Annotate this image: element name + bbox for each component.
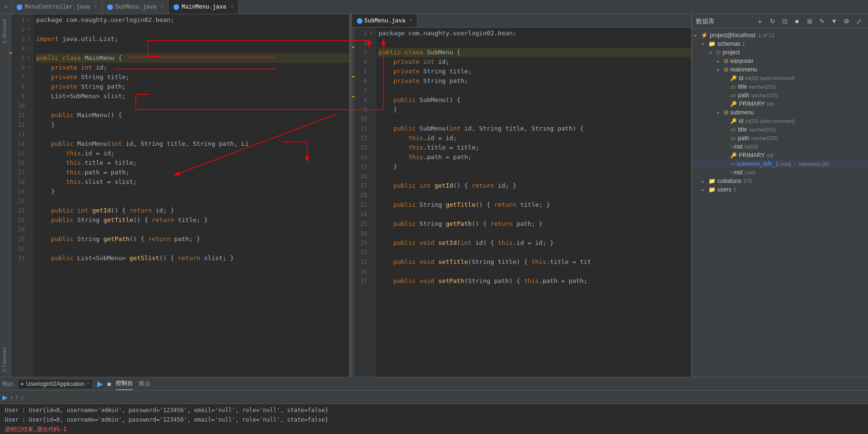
submenu-label: submenu — [730, 109, 754, 116]
easyuser-table-icon: ⊞ — [724, 58, 728, 64]
db-settings-button[interactable]: ⚙ — [841, 16, 852, 27]
right-fold-gutter: ▾ ▾ — [370, 28, 376, 377]
db-stop-button[interactable]: ■ — [792, 16, 802, 27]
right-code-line-14: this.path = path; — [379, 152, 692, 162]
left-code-line-28 — [36, 225, 349, 234]
tree-submenu-table[interactable]: ▾ ⊞ submenu — [692, 108, 868, 117]
tree-users-folder[interactable]: ▸ 📁 users 5 — [692, 185, 868, 194]
left-code-line-29: public String getPath() { return path; } — [36, 234, 349, 244]
run-app-icon: ▶ — [21, 381, 24, 387]
run-app-tab[interactable]: ▶ Userlogin02Application × — [18, 380, 92, 388]
db-edit-button[interactable]: ✎ — [817, 16, 827, 27]
right-code-line-32 — [379, 248, 692, 257]
db-disconnect-button[interactable]: ⊡ — [779, 16, 790, 27]
run-tab-bar: Run: ▶ Userlogin02Application × ▶ ■ 控制台 … — [0, 377, 868, 391]
tree-mainmenu-table[interactable]: ▾ ⊞ mainmenu — [692, 65, 868, 74]
run-tab-breakpoint[interactable]: 断点 — [137, 377, 153, 390]
left-code-line-6: private int id; — [36, 63, 349, 72]
run-down-button[interactable]: ↓ — [20, 394, 23, 401]
users-folder-icon: 📁 — [708, 186, 716, 193]
run-up-button[interactable]: ↑ — [15, 394, 18, 401]
tab-close-submenu[interactable]: × — [161, 4, 163, 10]
submenu-primary-label: PRIMARY — [739, 152, 765, 159]
right-tab-label: SubMenu.java — [364, 18, 405, 24]
tree-easyuser-table[interactable]: ▸ ⊞ easyuser — [692, 57, 868, 65]
mainmenu-title-type: varchar(255) — [749, 84, 776, 90]
submenu-table-icon: ⊞ — [724, 109, 728, 116]
chevron-right-collations-icon: ▸ — [702, 179, 707, 184]
run-controls: ▶ ■ — [96, 379, 112, 388]
tree-submenu-title: ab title varchar(255) — [692, 125, 868, 134]
db-table-button[interactable]: ⊞ — [804, 16, 815, 27]
right-code-line-33: public void setTitle(String title) { thi… — [379, 257, 692, 267]
tree-submenu-path: ab path varchar(255) — [692, 134, 868, 142]
left-code-line-18: this.slist = slist; — [36, 177, 349, 187]
tab-icon-main-menu — [173, 4, 179, 10]
right-code-line-28 — [379, 229, 692, 238]
main-tab-bar: ≡ MenuController.java × SubMenu.java × M… — [0, 0, 868, 14]
right-tab-close[interactable]: × — [409, 18, 412, 23]
right-code-content: package com.naughty.userlogin02.bean; pu… — [376, 28, 692, 377]
run-scroll-button[interactable]: ↕ — [10, 394, 13, 401]
str-icon-mainmenu-title: ab — [730, 84, 736, 90]
tab-submenu[interactable]: SubMenu.java × — [102, 0, 169, 14]
connection-icon: ⚡ — [701, 32, 708, 39]
left-code-line-11: public MainMenu() { — [36, 111, 349, 120]
right-editor-panel: SubMenu.java × 12345 67891 — [352, 14, 692, 377]
tree-connection[interactable]: ▾ ⚡ project@localhost 1 of 13 — [692, 31, 868, 40]
left-code-line-3: import java.util.List; — [36, 34, 349, 44]
tree-submenu-id: 🔑 id int(50) (auto increment) — [692, 117, 868, 125]
left-code-line-15: this.id = id; — [36, 149, 349, 158]
tab-label-submenu: SubMenu.java — [115, 4, 156, 10]
tab-icon-submenu — [107, 4, 113, 10]
bottom-panel: Run: ▶ Userlogin02Application × ▶ ■ 控制台 … — [0, 377, 868, 434]
db-add-button[interactable]: + — [755, 16, 765, 27]
left-code-line-21: public int getId() { return id; } — [36, 206, 349, 215]
tree-submenu-mid2: i mid (mid) — [692, 168, 868, 177]
db-filter-button[interactable]: ▼ — [829, 16, 839, 27]
connection-label: project@localhost — [710, 32, 756, 39]
tab-main-menu[interactable]: MainMenu.java × — [169, 0, 239, 14]
left-editor-panel: 12345 678910 1112131415 1617181920 21252… — [10, 14, 350, 377]
tab-menu-controller[interactable]: MenuController.java × — [12, 0, 102, 14]
users-count: 5 — [733, 187, 736, 192]
tree-mainmenu-path: ab path varchar(255) — [692, 91, 868, 100]
tree-mainmenu-title: ab title varchar(255) — [692, 82, 868, 91]
submenu-id-label: id — [739, 118, 743, 124]
db-refresh-button[interactable]: ↻ — [767, 16, 777, 27]
right-code-line-16 — [379, 172, 692, 181]
run-stop-button[interactable]: ■ — [106, 380, 112, 388]
submenu-mid2-suffix: (mid) — [745, 170, 756, 175]
schemas-folder-icon: 📁 — [708, 40, 716, 47]
db-maximize-button[interactable]: ⤢ — [854, 16, 864, 27]
easyuser-label: easyuser — [730, 58, 754, 64]
tab-close-main-menu[interactable]: × — [231, 4, 233, 10]
submenu-primary-suffix: (id) — [767, 153, 773, 158]
console-line-4: 进程已结束,退出代码-1 — [5, 424, 863, 434]
console-line-1: User : User{id=0, username='admin', pass… — [5, 405, 863, 415]
right-code-line-29: public void setId(int id) { this.id = id… — [379, 238, 692, 248]
right-code-area: 12345 678910 1112131415 1617202124 25282… — [352, 28, 692, 377]
run-tab-console[interactable]: 控制台 — [116, 377, 133, 390]
tab-close-menu-controller[interactable]: × — [94, 4, 97, 10]
left-code-line-1: package com.naughty.userlogin02.bean; — [36, 15, 349, 25]
left-line-numbers: 12345 678910 1112131415 1617181920 21252… — [12, 14, 27, 377]
tree-collations-folder[interactable]: ▸ 📁 collations 270 — [692, 177, 868, 185]
run-play-button[interactable]: ▶ — [96, 379, 104, 388]
run-play2-button[interactable]: ▶ — [2, 394, 8, 401]
submenu-mid-type: int(50) — [745, 144, 758, 150]
console-line-2: User : User{id=0, username='admin', pass… — [5, 415, 863, 424]
console-output: User : User{id=0, username='admin', pass… — [0, 404, 868, 434]
str-icon-submenu-path: ab — [730, 135, 736, 141]
sidebar-toggle[interactable]: ≡ — [0, 0, 12, 14]
tree-schemas-folder[interactable]: ▾ 📁 schemas 1 — [692, 40, 868, 48]
run-app-close[interactable]: × — [87, 381, 90, 386]
right-code-line-37: public void setPath(String path) { this.… — [379, 276, 692, 286]
tree-submenu-mid: i mid int(50) — [692, 142, 868, 151]
run-label: Run: — [2, 381, 14, 387]
left-code-line-19: } — [36, 187, 349, 196]
submenu-title-label: title — [738, 126, 747, 133]
right-code-line-7 — [379, 86, 692, 95]
tree-project-schema[interactable]: ▾ ⊞ project — [692, 48, 868, 57]
right-tab-submenu[interactable]: SubMenu.java × — [352, 14, 417, 27]
